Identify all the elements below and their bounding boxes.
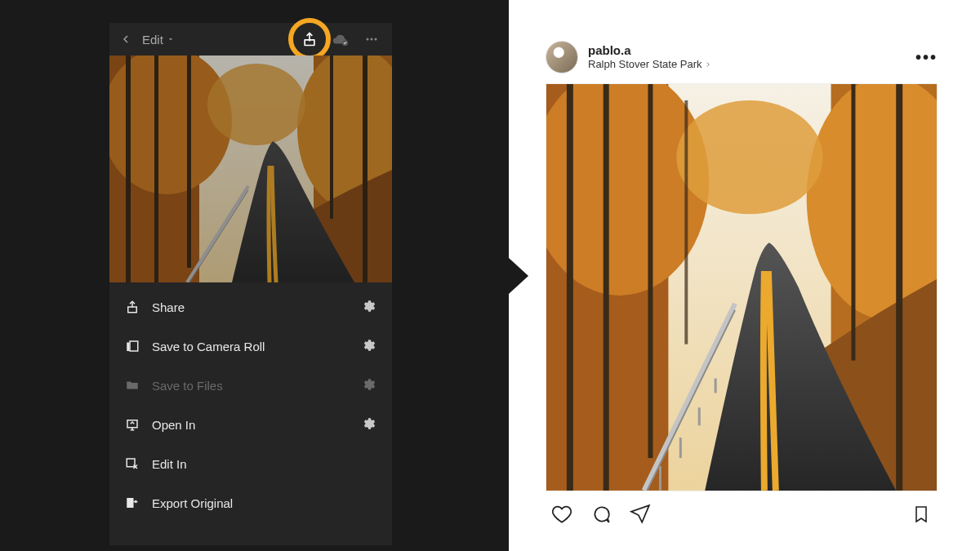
edit-in-icon [124,455,140,472]
svg-point-2 [367,38,369,41]
svg-rect-36 [851,84,855,361]
svg-point-3 [371,38,373,41]
autumn-road-scene [109,56,392,282]
chevron-right-icon [704,60,712,69]
gear-icon[interactable] [361,338,377,354]
menu-item-camera-roll[interactable]: Save to Camera Roll [109,327,392,366]
svg-rect-33 [604,84,609,491]
svg-rect-18 [130,341,138,351]
comment-icon [590,504,612,525]
svg-rect-13 [187,56,191,268]
post-image[interactable] [546,83,938,491]
username[interactable]: pablo.a [588,43,712,58]
app-toolbar: Edit [109,23,392,56]
mobile-app-frame: Edit [109,23,392,545]
post-header: pablo.a Ralph Stover State Park ••• [546,41,938,73]
send-button[interactable] [629,503,652,526]
location-link[interactable]: Ralph Stover State Park [588,58,712,71]
menu-item-save-files: Save to Files [109,366,392,405]
menu-item-open-in[interactable]: Open In [109,405,392,444]
svg-rect-14 [363,56,368,282]
gear-icon[interactable] [361,416,377,433]
svg-rect-16 [128,307,137,313]
lightroom-panel: Edit [0,0,509,551]
svg-rect-12 [154,56,158,282]
menu-item-edit-in[interactable]: Edit In [109,444,392,483]
menu-label: Export Original [152,496,377,510]
comment-button[interactable] [590,503,612,526]
flow-arrow-icon [509,258,528,294]
share-button[interactable] [296,25,323,53]
instagram-post: pablo.a Ralph Stover State Park ••• [546,41,938,526]
share-icon [301,31,318,47]
gear-icon[interactable] [361,299,377,315]
send-icon [630,504,651,525]
bookmark-icon [911,504,931,524]
autumn-road-scene [546,84,937,491]
open-in-icon [124,416,140,433]
back-button[interactable] [116,29,136,49]
svg-rect-34 [648,84,653,458]
menu-item-share[interactable]: Share [109,287,392,327]
mode-label: Edit [142,33,163,47]
menu-label: Save to Files [152,379,350,393]
svg-rect-15 [330,56,333,219]
svg-point-10 [207,64,305,145]
menu-label: Open In [152,418,350,432]
cloud-check-icon [332,30,350,48]
bookmark-button[interactable] [910,503,933,526]
menu-label: Share [152,300,350,314]
instagram-panel: pablo.a Ralph Stover State Park ••• [509,0,980,551]
like-button[interactable] [550,503,573,526]
menu-item-export-original[interactable]: Export Original [109,483,392,522]
svg-point-4 [375,38,377,41]
svg-rect-17 [127,343,129,352]
share-icon [124,299,140,315]
camera-roll-icon [124,338,140,354]
svg-rect-37 [684,100,688,344]
mode-dropdown[interactable]: Edit [142,33,175,47]
menu-label: Edit In [152,457,377,471]
svg-rect-21 [127,498,133,508]
export-icon [124,495,140,511]
post-actions [546,491,938,526]
heart-icon [551,504,572,525]
gear-icon [361,377,377,393]
svg-point-27 [676,100,822,214]
post-more-button[interactable]: ••• [915,48,938,67]
svg-rect-35 [896,84,902,491]
avatar[interactable] [546,41,578,73]
photo-preview[interactable] [109,56,392,282]
more-button[interactable] [358,25,385,53]
svg-rect-11 [126,56,131,282]
cloud-sync-button[interactable] [327,25,354,53]
folder-icon [124,377,140,393]
share-menu: Share Save to Camera Roll Save to Files … [109,282,392,527]
more-horizontal-icon [363,31,380,47]
menu-label: Save to Camera Roll [152,340,350,353]
location-text: Ralph Stover State Park [588,58,702,71]
svg-rect-32 [567,84,573,491]
chevron-down-icon [167,35,175,43]
